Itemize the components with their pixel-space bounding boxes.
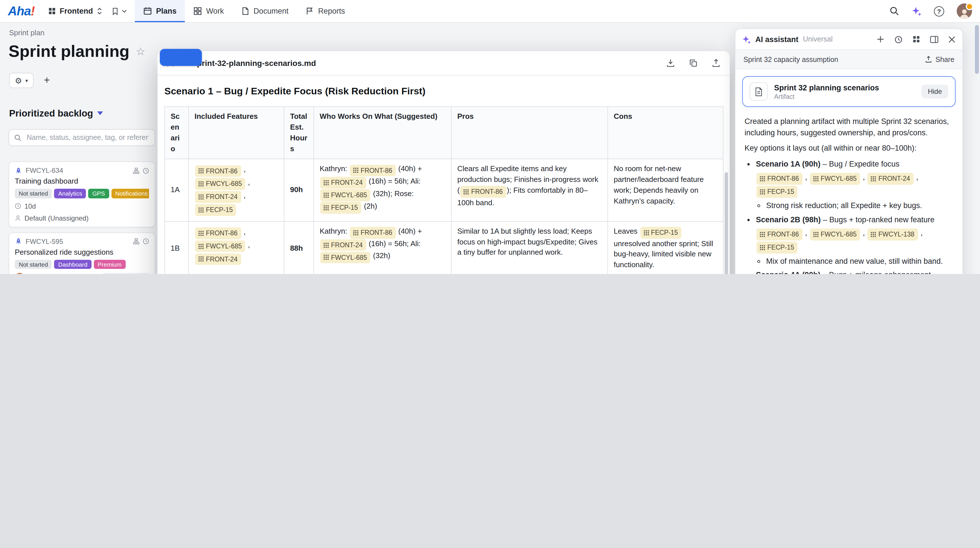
feature-chip[interactable]: FECP-15 xyxy=(195,204,236,216)
view-selector[interactable] xyxy=(112,7,127,15)
work-tab-icon xyxy=(194,7,202,15)
feature-chip[interactable]: FRONT-24 xyxy=(195,253,241,265)
feature-chip-label: FRONT-86 xyxy=(361,166,392,175)
tag-pill: GPS xyxy=(88,189,109,198)
feature-chip[interactable]: FRONT-86 xyxy=(350,165,396,176)
feature-chip[interactable]: FWCYL-685 xyxy=(195,178,245,190)
priority-pill: Normal priority xyxy=(102,273,149,274)
feature-chip[interactable]: FWCYL-685 xyxy=(195,240,245,252)
assistant-title: AI assistant xyxy=(755,35,799,43)
settings-button[interactable]: ⚙▾ xyxy=(9,73,33,88)
rocket-icon xyxy=(15,238,22,245)
search-input[interactable] xyxy=(25,133,150,142)
column-header: Cons xyxy=(608,106,723,159)
tab-reports[interactable]: Reports xyxy=(297,0,353,22)
meta-row: Default (Unassigned) xyxy=(15,214,149,222)
tab-document[interactable]: Document xyxy=(232,0,297,22)
feature-chip[interactable]: FWCYL-685 xyxy=(810,173,860,185)
tag-pill: Dashboard xyxy=(54,259,92,269)
new-chat-icon[interactable] xyxy=(877,35,885,43)
modal-scrollbar[interactable] xyxy=(725,172,728,274)
feature-chip[interactable]: FRONT-24 xyxy=(320,239,366,251)
history-icon[interactable] xyxy=(894,35,903,43)
favorite-star-icon[interactable]: ☆ xyxy=(136,45,145,58)
feature-chip[interactable]: FRONT-86 xyxy=(350,227,396,238)
tab-work[interactable]: Work xyxy=(185,0,232,22)
feature-chip[interactable]: FECP-15 xyxy=(320,202,361,213)
tag-row: Not startedAnalyticsGPSNotifications xyxy=(15,189,149,198)
artifact-info: Sprint 32 planning scenarios Artifact xyxy=(774,83,879,100)
tree-icon[interactable] xyxy=(133,167,139,174)
aha-logo[interactable]: Aha! xyxy=(8,4,35,19)
backlog-card[interactable]: FWCYL-634Training dashboardNot startedAn… xyxy=(8,162,155,227)
page-title: Sprint planning xyxy=(8,42,129,61)
feature-chip[interactable]: FECP-15 xyxy=(756,241,798,253)
artifact-card[interactable]: Sprint 32 planning scenarios Artifact Hi… xyxy=(742,76,956,107)
clock-icon[interactable] xyxy=(143,167,149,174)
scenario-heading: Scenario 1 – Bug / Expedite Focus (Risk … xyxy=(164,86,723,97)
status-pill: Not started xyxy=(15,189,52,198)
feature-chip-label: FECP-15 xyxy=(651,228,678,237)
tree-icon[interactable] xyxy=(133,238,139,245)
sub-bullet: Mix of maintenance and new value, still … xyxy=(766,256,953,267)
cell-who: Kathryn: FRONT-86 (40h) + FRONT-24 (16h)… xyxy=(314,221,451,274)
feature-chip[interactable]: FWCYL-685 xyxy=(810,229,860,240)
feature-chip[interactable]: FWCYL-138 xyxy=(868,229,918,240)
backlog-card[interactable]: FWCYL-595Personalized ride suggestionsNo… xyxy=(8,232,155,274)
feature-chip[interactable]: FRONT-86 xyxy=(195,165,241,177)
cell-pros: Similar to 1A but slightly less load; Ke… xyxy=(451,221,608,274)
primary-action-button[interactable] xyxy=(160,49,202,66)
feature-chip[interactable]: FWCYL-685 xyxy=(320,189,371,201)
backlog-heading-label: Prioritized backlog xyxy=(9,108,93,119)
feature-chip[interactable]: FRONT-86 xyxy=(195,227,241,239)
feature-chip[interactable]: FRONT-24 xyxy=(195,191,241,203)
plans-tab-icon xyxy=(144,7,152,15)
bullet-chips: FRONT-86 , FWCYL-685 , FWCYL-138 , FECP-… xyxy=(756,227,953,253)
sub-bullet-list: Strong risk reduction; all Expedite + ke… xyxy=(756,200,953,211)
search-icon[interactable] xyxy=(889,6,899,16)
workspace-selector[interactable]: Frontend xyxy=(48,7,103,15)
add-button[interactable]: + xyxy=(40,74,53,87)
column-header: Total Est. Hours xyxy=(284,106,314,159)
ai-sparkle-icon[interactable] xyxy=(912,6,921,16)
feature-chip[interactable]: FRONT-86 xyxy=(756,173,802,185)
feature-chip-label: FRONT-86 xyxy=(361,228,392,237)
feature-chip[interactable]: FRONT-24 xyxy=(320,177,366,189)
feature-chip[interactable]: FRONT-86 xyxy=(460,186,506,197)
ai-assistant-panel: AI assistant Universal Sprint 32 capacit… xyxy=(735,29,963,274)
feature-chip[interactable]: FRONT-86 xyxy=(756,229,802,240)
close-icon[interactable] xyxy=(948,35,956,43)
share-button[interactable]: Share xyxy=(924,56,955,64)
download-icon[interactable] xyxy=(666,59,675,68)
chevron-down-icon: ▾ xyxy=(25,78,28,83)
feature-chip-label: FECP-15 xyxy=(206,205,233,214)
backlog-heading[interactable]: Prioritized backlog xyxy=(9,108,103,119)
share-icon[interactable] xyxy=(711,59,721,68)
document-title: v1 sprint-32-planning-scenarios.md xyxy=(181,59,659,68)
hide-button[interactable]: Hide xyxy=(922,85,948,98)
clock-icon[interactable] xyxy=(143,238,149,245)
updown-icon xyxy=(97,7,103,15)
cell-scenario: 1B xyxy=(165,221,189,274)
feature-chip[interactable]: FECP-15 xyxy=(640,227,681,238)
artifact-type: Artifact xyxy=(774,93,879,100)
page-scrollbar[interactable] xyxy=(975,25,979,74)
copy-icon[interactable] xyxy=(689,59,698,68)
record-title-row: Personalized ride suggestions xyxy=(15,248,149,256)
record-id: FWCYL-595 xyxy=(25,237,63,245)
help-icon[interactable]: ? xyxy=(934,6,944,16)
feature-chip[interactable]: FWCYL-685 xyxy=(320,251,371,263)
feature-chip-label: FWCYL-685 xyxy=(331,191,367,200)
apps-icon[interactable] xyxy=(912,35,920,43)
artifact-doc-icon xyxy=(749,83,768,101)
dock-panel-icon[interactable] xyxy=(930,35,939,43)
feature-chip[interactable]: FECP-15 xyxy=(756,186,798,198)
user-avatar[interactable] xyxy=(957,3,972,19)
feature-chip[interactable]: FRONT-24 xyxy=(868,173,913,185)
feature-chip-label: FWCYL-685 xyxy=(206,179,242,189)
tab-plans[interactable]: Plans xyxy=(135,0,185,22)
feature-chip-label: FRONT-86 xyxy=(767,230,799,239)
tag-pill: Premium xyxy=(94,259,126,269)
assistant-scope: Universal xyxy=(803,35,833,43)
feature-line: FECP-15 xyxy=(194,203,278,216)
